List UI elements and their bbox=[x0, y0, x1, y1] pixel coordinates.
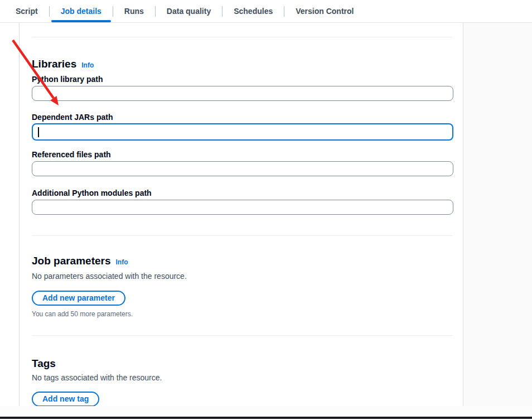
tab-runs[interactable]: Runs bbox=[113, 0, 155, 22]
panel-content: Libraries Info Python library path Depen… bbox=[20, 37, 463, 406]
section-divider bbox=[32, 235, 453, 236]
tab-bar: Script Job details Runs Data quality Sch… bbox=[0, 0, 532, 23]
tab-script-label: Script bbox=[16, 7, 38, 16]
tags-heading-text: Tags bbox=[32, 358, 56, 370]
page-background-right bbox=[464, 23, 532, 406]
section-divider bbox=[32, 37, 453, 37]
tab-job-details-label: Job details bbox=[61, 7, 101, 16]
tab-runs-label: Runs bbox=[124, 7, 144, 16]
job-parameters-heading-text: Job parameters bbox=[32, 255, 111, 267]
referenced-files-path-label: Referenced files path bbox=[32, 149, 453, 160]
tab-data-quality[interactable]: Data quality bbox=[156, 0, 222, 22]
section-divider bbox=[32, 335, 453, 336]
tab-version-control-label: Version Control bbox=[296, 7, 354, 16]
job-parameters-info-link[interactable]: Info bbox=[116, 256, 128, 268]
additional-python-modules-path-label: Additional Python modules path bbox=[32, 188, 453, 198]
referenced-files-path-input[interactable] bbox=[32, 161, 453, 176]
python-library-path-input[interactable] bbox=[32, 86, 453, 101]
additional-python-modules-path-input[interactable] bbox=[32, 200, 453, 215]
add-new-tag-button[interactable]: Add new tag bbox=[32, 392, 99, 406]
tab-script[interactable]: Script bbox=[4, 0, 49, 22]
window-bottom-edge bbox=[0, 417, 532, 419]
libraries-heading: Libraries Info bbox=[32, 58, 453, 71]
add-new-parameter-button[interactable]: Add new parameter bbox=[32, 291, 125, 306]
libraries-info-link[interactable]: Info bbox=[81, 59, 94, 71]
job-parameters-helper-text: You can add 50 more parameters. bbox=[32, 310, 453, 318]
job-details-panel: Libraries Info Python library path Depen… bbox=[19, 23, 463, 406]
tab-schedules[interactable]: Schedules bbox=[223, 0, 284, 22]
dependent-jars-path-label: Dependent JARs path bbox=[32, 112, 453, 122]
python-library-path-label: Python library path bbox=[32, 74, 453, 84]
tags-empty-text: No tags associated with the resource. bbox=[32, 373, 453, 383]
tags-section: Tags No tags associated with the resourc… bbox=[32, 358, 453, 406]
tab-data-quality-label: Data quality bbox=[167, 7, 211, 16]
libraries-section: Libraries Info Python library path Depen… bbox=[32, 58, 453, 215]
tab-job-details[interactable]: Job details bbox=[50, 0, 113, 22]
job-parameters-section: Job parameters Info No parameters associ… bbox=[32, 255, 453, 318]
libraries-heading-text: Libraries bbox=[32, 58, 76, 70]
dependent-jars-path-input-wrap bbox=[32, 123, 453, 141]
dependent-jars-path-input[interactable] bbox=[32, 123, 453, 141]
job-parameters-heading: Job parameters Info bbox=[32, 255, 453, 268]
tab-version-control[interactable]: Version Control bbox=[284, 0, 365, 22]
active-tab-underline bbox=[51, 20, 111, 22]
tags-heading: Tags bbox=[32, 358, 453, 370]
page-bottom-strip bbox=[0, 406, 532, 417]
tab-schedules-label: Schedules bbox=[234, 7, 273, 16]
job-parameters-empty-text: No parameters associated with the resour… bbox=[32, 271, 453, 281]
